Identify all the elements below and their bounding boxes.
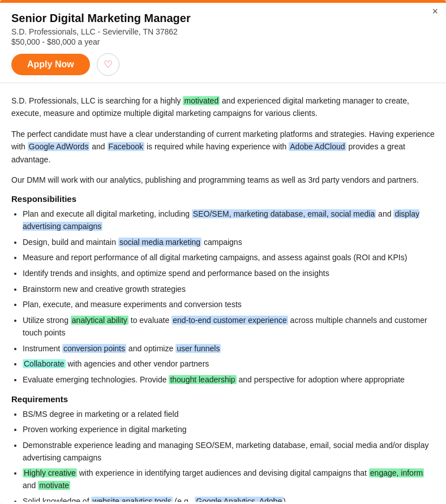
highlight-thought-leadership: thought leadership: [169, 375, 236, 384]
salary-info: $50,000 - $80,000 a year: [11, 37, 435, 46]
responsibilities-list: Plan and execute all digital marketing, …: [23, 208, 435, 386]
highlight-seo-sem: SEO/SEM, marketing database, email, soci…: [192, 209, 376, 218]
job-content: S.D. Professionals, LLC is searching for…: [0, 83, 446, 502]
highlight-google-analytics: Google Analytics, Adobe: [195, 497, 283, 502]
highlight-social-media-marketing: social media marketing: [118, 238, 201, 247]
list-item: Solid knowledge of website analytics too…: [23, 496, 435, 502]
requirements-heading: Requirements: [11, 394, 435, 404]
highlight-analytical-ability: analytical ability: [71, 316, 128, 325]
close-button[interactable]: ×: [432, 6, 438, 18]
job-modal: × Senior Digital Marketing Manager S.D. …: [0, 0, 446, 504]
apply-now-button[interactable]: Apply Now: [11, 54, 90, 75]
list-item: Evaluate emerging technologies. Provide …: [23, 374, 435, 386]
highlight-website-analytics: website analytics tools: [91, 497, 172, 502]
list-item: Instrument conversion points and optimiz…: [23, 343, 435, 355]
intro-paragraph-3: Our DMM will work with our analytics, pu…: [11, 174, 435, 186]
list-item: Utilize strong analytical ability to eva…: [23, 315, 435, 339]
requirements-list: BS/MS degree in marketing or a related f…: [23, 408, 435, 502]
highlight-engage-inform: engage, inform: [369, 468, 424, 477]
highlight-adobe-adcloud: Adobe AdCloud: [289, 142, 346, 151]
highlight-motivate: motivate: [38, 481, 70, 490]
list-item: Measure and report performance of all di…: [23, 252, 435, 264]
intro-paragraph-1: S.D. Professionals, LLC is searching for…: [11, 94, 435, 120]
save-job-button[interactable]: ♡: [97, 53, 119, 76]
list-item: Proven working experience in digital mar…: [23, 424, 435, 436]
list-item: Demonstrable experience leading and mana…: [23, 440, 435, 464]
list-item: Plan, execute, and measure experiments a…: [23, 299, 435, 311]
list-item: BS/MS degree in marketing or a related f…: [23, 408, 435, 421]
list-item: Plan and execute all digital marketing, …: [23, 208, 435, 232]
action-buttons: Apply Now ♡: [11, 53, 435, 76]
list-item: Collaborate with agencies and other vend…: [23, 358, 435, 371]
heart-icon: ♡: [104, 58, 113, 71]
highlight-end-to-end: end-to-end customer experience: [171, 316, 288, 325]
company-info: S.D. Professionals, LLC - Sevierville, T…: [11, 27, 435, 36]
highlight-user-funnels: user funnels: [175, 344, 221, 353]
list-item: Design, build and maintain social media …: [23, 236, 435, 249]
intro-paragraph-2: The perfect candidate must have a clear …: [11, 128, 435, 166]
list-item: Highly creative with experience in ident…: [23, 467, 435, 492]
list-item: Identify trends and insights, and optimi…: [23, 268, 435, 280]
responsibilities-heading: Responsibilities: [11, 194, 435, 204]
highlight-collaborate: Collaborate: [23, 359, 66, 368]
list-item: Brainstorm new and creative growth strat…: [23, 283, 435, 296]
highlight-motivated: motivated: [183, 96, 220, 105]
highlight-facebook: Facebook: [108, 142, 144, 151]
job-title: Senior Digital Marketing Manager: [11, 12, 435, 25]
job-header: Senior Digital Marketing Manager S.D. Pr…: [0, 3, 446, 83]
highlight-highly-creative: Highly creative: [23, 468, 77, 477]
highlight-conversion-points: conversion points: [62, 344, 126, 353]
highlight-google-adwords: Google AdWords: [28, 142, 90, 151]
